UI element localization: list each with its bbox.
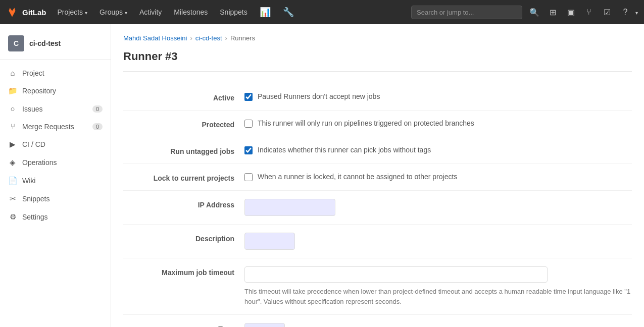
- checkmark-icon[interactable]: ☑: [599, 4, 615, 20]
- sidebar-item-wiki[interactable]: 📄 Wiki: [0, 172, 111, 190]
- form-row-protected: Protected This runner will only run on p…: [123, 111, 632, 137]
- active-label: Active: [123, 92, 244, 102]
- tags-label: Tags: [123, 323, 244, 327]
- main-layout: C ci-cd-test ⌂ Project 📁 Repository ○ Is…: [0, 24, 644, 327]
- gitlab-logo[interactable]: GitLab: [6, 6, 46, 18]
- max-timeout-input[interactable]: [244, 266, 548, 283]
- groups-chevron-icon: [125, 8, 127, 16]
- topnav-icon-group: ⊞ ▣ ⑂ ☑ ?: [544, 4, 638, 20]
- search-box[interactable]: Search or jump to...: [411, 6, 522, 19]
- issues-icon: ○: [8, 104, 17, 113]
- form-row-description: Description: [123, 225, 632, 258]
- form-row-max-timeout: Maximum job timeout This timeout will ta…: [123, 258, 632, 315]
- sidebar-label-settings: Settings: [22, 213, 48, 221]
- topnav: GitLab Projects Groups Activity Mileston…: [0, 0, 644, 24]
- run-untagged-label: Run untagged jobs: [123, 145, 244, 155]
- run-untagged-checkbox-label[interactable]: Indicates whether this runner can pick j…: [258, 145, 431, 155]
- breadcrumb-project[interactable]: ci-cd-test: [195, 34, 222, 42]
- ip-address-redacted: [244, 199, 335, 216]
- lock-checkbox-row: When a runner is locked, it cannot be as…: [244, 172, 632, 182]
- max-timeout-label: Maximum job timeout: [123, 266, 244, 277]
- form-row-active: Active Paused Runners don't accept new j…: [123, 84, 632, 111]
- project-icon: ⌂: [8, 69, 17, 77]
- description-control: [244, 233, 632, 250]
- form-row-lock: Lock to current projects When a runner i…: [123, 164, 632, 191]
- sidebar-item-merge-requests[interactable]: ⑂ Merge Requests 0: [0, 118, 111, 135]
- run-untagged-checkbox[interactable]: [244, 146, 253, 154]
- help-icon[interactable]: ?: [617, 4, 633, 20]
- breadcrumb-root[interactable]: Mahdi Sadat Hosseini: [123, 34, 187, 42]
- protected-control: This runner will only run on pipelines t…: [244, 119, 632, 129]
- sidebar-item-repository[interactable]: 📁 Repository: [0, 82, 111, 100]
- active-checkbox-label[interactable]: Paused Runners don't accept new jobs: [258, 92, 380, 102]
- layout-icon[interactable]: ▣: [563, 4, 579, 20]
- merge-requests-badge: 0: [92, 123, 103, 130]
- sidebar-nav: ⌂ Project 📁 Repository ○ Issues 0 ⑂ Merg…: [0, 64, 111, 226]
- search-placeholder: Search or jump to...: [417, 9, 474, 16]
- sidebar-item-cicd[interactable]: ▶ CI / CD: [0, 135, 111, 153]
- repository-icon: 📁: [8, 86, 17, 95]
- protected-checkbox[interactable]: [244, 120, 253, 128]
- sidebar-project-header: C ci-cd-test: [0, 30, 111, 60]
- run-untagged-checkbox-row: Indicates whether this runner can pick j…: [244, 145, 632, 155]
- protected-checkbox-label[interactable]: This runner will only run on pipelines t…: [258, 119, 474, 129]
- project-name: ci-cd-test: [29, 39, 61, 47]
- help-chevron-icon: [635, 8, 638, 16]
- new-item-icon[interactable]: ⊞: [544, 4, 561, 20]
- breadcrumb-sep-2: ›: [225, 34, 227, 42]
- wiki-icon: 📄: [8, 176, 17, 185]
- topnav-wrench-icon[interactable]: 🔧: [278, 4, 299, 21]
- ip-control: [244, 199, 632, 216]
- sidebar-item-settings[interactable]: ⚙ Settings: [0, 208, 111, 226]
- active-checkbox-row: Paused Runners don't accept new jobs: [244, 92, 632, 102]
- breadcrumb-current: Runners: [230, 34, 255, 42]
- active-checkbox[interactable]: [244, 93, 253, 101]
- sidebar-item-project[interactable]: ⌂ Project: [0, 64, 111, 82]
- merge-icon[interactable]: ⑂: [581, 4, 597, 20]
- sidebar-label-wiki: Wiki: [22, 177, 35, 185]
- lock-label: Lock to current projects: [123, 172, 244, 182]
- snippets-icon: ✂: [8, 194, 17, 203]
- topnav-projects[interactable]: Projects: [53, 5, 93, 19]
- form-row-run-untagged: Run untagged jobs Indicates whether this…: [123, 137, 632, 164]
- sidebar-label-cicd: CI / CD: [22, 140, 45, 148]
- breadcrumb-sep-1: ›: [190, 34, 192, 42]
- lock-checkbox-label[interactable]: When a runner is locked, it cannot be as…: [258, 172, 457, 182]
- lock-checkbox[interactable]: [244, 173, 253, 181]
- main-content: Mahdi Sadat Hosseini › ci-cd-test › Runn…: [111, 24, 644, 327]
- operations-icon: ◈: [8, 158, 17, 167]
- topnav-snippets[interactable]: Snippets: [215, 5, 252, 19]
- form-row-tags: Tags You can set up jobs to only use Run…: [123, 315, 632, 327]
- topnav-logo-text: GitLab: [22, 8, 46, 17]
- page-title: Runner #3: [123, 50, 632, 72]
- sidebar-label-merge-requests: Merge Requests: [22, 123, 74, 131]
- merge-requests-icon: ⑂: [8, 122, 17, 131]
- sidebar-label-repository: Repository: [22, 87, 56, 95]
- ip-label: IP Address: [123, 199, 244, 209]
- sidebar-item-operations[interactable]: ◈ Operations: [0, 153, 111, 172]
- protected-checkbox-row: This runner will only run on pipelines t…: [244, 119, 632, 129]
- topnav-milestones[interactable]: Milestones: [169, 5, 213, 19]
- projects-chevron-icon: [85, 8, 87, 16]
- sidebar-label-issues: Issues: [22, 105, 42, 113]
- topnav-groups[interactable]: Groups: [94, 5, 132, 19]
- topnav-search-area: Search or jump to... 🔍: [411, 4, 542, 20]
- sidebar-item-issues[interactable]: ○ Issues 0: [0, 100, 111, 118]
- search-icon[interactable]: 🔍: [526, 4, 542, 20]
- topnav-chart-icon[interactable]: 📊: [255, 4, 276, 21]
- description-label: Description: [123, 233, 244, 243]
- sidebar-item-snippets[interactable]: ✂ Snippets: [0, 190, 111, 208]
- topnav-activity[interactable]: Activity: [134, 5, 167, 19]
- breadcrumb: Mahdi Sadat Hosseini › ci-cd-test › Runn…: [123, 34, 632, 42]
- project-avatar: C: [8, 35, 24, 51]
- active-control: Paused Runners don't accept new jobs: [244, 92, 632, 102]
- runner-form: Active Paused Runners don't accept new j…: [123, 84, 632, 327]
- tags-control: You can set up jobs to only use Runners …: [244, 323, 632, 327]
- settings-icon: ⚙: [8, 212, 17, 222]
- issues-badge: 0: [92, 105, 103, 113]
- protected-label: Protected: [123, 119, 244, 129]
- max-timeout-control: This timeout will take precedence when l…: [244, 266, 632, 306]
- sidebar: C ci-cd-test ⌂ Project 📁 Repository ○ Is…: [0, 24, 111, 327]
- lock-control: When a runner is locked, it cannot be as…: [244, 172, 632, 182]
- sidebar-label-project: Project: [22, 69, 44, 77]
